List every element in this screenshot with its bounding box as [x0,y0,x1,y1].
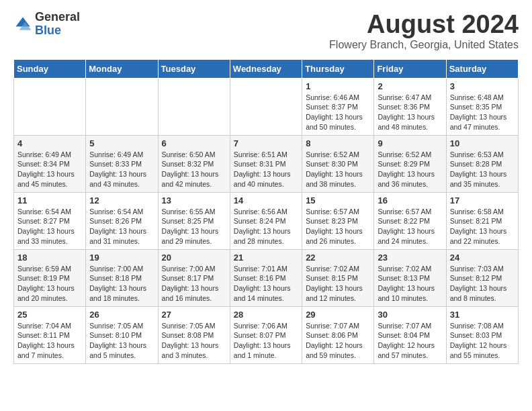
day-detail: Sunrise: 6:49 AMSunset: 8:33 PMDaylight:… [89,150,154,189]
calendar-cell: 9Sunrise: 6:52 AMSunset: 8:29 PMDaylight… [374,135,446,192]
weekday-header-sunday: Sunday [14,59,86,78]
day-number: 17 [450,195,515,205]
day-detail: Sunrise: 6:54 AMSunset: 8:26 PMDaylight:… [89,207,154,246]
day-detail: Sunrise: 6:59 AMSunset: 8:19 PMDaylight:… [17,264,82,304]
day-number: 29 [306,310,370,320]
calendar-cell [86,78,158,135]
weekday-header-tuesday: Tuesday [158,59,230,78]
calendar-cell: 24Sunrise: 7:03 AMSunset: 8:12 PMDayligh… [446,249,518,306]
calendar-cell: 30Sunrise: 7:07 AMSunset: 8:04 PMDayligh… [374,306,446,363]
day-number: 9 [378,138,442,148]
calendar-cell: 12Sunrise: 6:54 AMSunset: 8:26 PMDayligh… [86,192,158,249]
calendar-week-3: 11Sunrise: 6:54 AMSunset: 8:27 PMDayligh… [14,192,519,249]
weekday-header-friday: Friday [374,59,446,78]
day-detail: Sunrise: 7:03 AMSunset: 8:12 PMDaylight:… [450,264,515,304]
day-detail: Sunrise: 6:46 AMSunset: 8:37 PMDaylight:… [306,93,370,132]
day-detail: Sunrise: 6:57 AMSunset: 8:23 PMDaylight:… [306,207,370,246]
day-detail: Sunrise: 6:52 AMSunset: 8:30 PMDaylight:… [306,150,370,189]
calendar-body: 1Sunrise: 6:46 AMSunset: 8:37 PMDaylight… [14,78,519,363]
day-detail: Sunrise: 6:50 AMSunset: 8:32 PMDaylight:… [162,150,226,189]
day-number: 7 [234,138,298,148]
day-number: 5 [89,138,154,148]
calendar-table: SundayMondayTuesdayWednesdayThursdayFrid… [13,59,519,364]
calendar-cell: 19Sunrise: 7:00 AMSunset: 8:18 PMDayligh… [86,249,158,306]
day-number: 24 [450,253,515,263]
calendar-cell: 18Sunrise: 6:59 AMSunset: 8:19 PMDayligh… [14,249,86,306]
logo-blue-text: Blue [35,24,80,38]
calendar-cell [14,78,86,135]
day-number: 28 [234,310,298,320]
day-number: 21 [234,253,298,263]
calendar-cell: 21Sunrise: 7:01 AMSunset: 8:16 PMDayligh… [230,249,302,306]
weekday-header-saturday: Saturday [446,59,518,78]
calendar-cell: 27Sunrise: 7:05 AMSunset: 8:08 PMDayligh… [158,306,230,363]
day-detail: Sunrise: 7:06 AMSunset: 8:07 PMDaylight:… [234,321,298,361]
day-detail: Sunrise: 6:53 AMSunset: 8:28 PMDaylight:… [450,150,515,189]
day-number: 22 [306,253,370,263]
day-number: 19 [89,253,154,263]
day-number: 8 [306,138,370,148]
weekday-header-monday: Monday [86,59,158,78]
day-number: 25 [17,310,82,320]
day-number: 18 [17,253,82,263]
calendar-cell: 6Sunrise: 6:50 AMSunset: 8:32 PMDaylight… [158,135,230,192]
logo-general-text: General [35,11,80,24]
calendar-cell: 14Sunrise: 6:56 AMSunset: 8:24 PMDayligh… [230,192,302,249]
day-detail: Sunrise: 7:01 AMSunset: 8:16 PMDaylight:… [234,264,298,304]
subtitle: Flowery Branch, Georgia, United States [329,39,519,51]
calendar-week-1: 1Sunrise: 6:46 AMSunset: 8:37 PMDaylight… [14,78,519,135]
calendar-week-5: 25Sunrise: 7:04 AMSunset: 8:11 PMDayligh… [14,306,519,363]
day-number: 20 [162,253,226,263]
calendar-cell: 26Sunrise: 7:05 AMSunset: 8:10 PMDayligh… [86,306,158,363]
day-number: 13 [162,195,226,205]
page-header: General Blue August 2024 Flowery Branch,… [13,11,519,51]
day-detail: Sunrise: 7:08 AMSunset: 8:03 PMDaylight:… [450,321,515,361]
main-title: August 2024 [329,11,519,39]
calendar-cell: 10Sunrise: 6:53 AMSunset: 8:28 PMDayligh… [446,135,518,192]
calendar-cell: 1Sunrise: 6:46 AMSunset: 8:37 PMDaylight… [302,78,374,135]
logo-text: General Blue [35,11,80,38]
day-detail: Sunrise: 7:04 AMSunset: 8:11 PMDaylight:… [17,321,82,361]
calendar-cell: 23Sunrise: 7:02 AMSunset: 8:13 PMDayligh… [374,249,446,306]
day-detail: Sunrise: 6:47 AMSunset: 8:36 PMDaylight:… [378,93,442,132]
day-detail: Sunrise: 6:57 AMSunset: 8:22 PMDaylight:… [378,207,442,246]
calendar-cell: 20Sunrise: 7:00 AMSunset: 8:17 PMDayligh… [158,249,230,306]
calendar-cell: 31Sunrise: 7:08 AMSunset: 8:03 PMDayligh… [446,306,518,363]
logo-icon [13,15,32,34]
day-number: 23 [378,253,442,263]
day-number: 6 [162,138,226,148]
day-number: 2 [378,81,442,91]
calendar-cell: 17Sunrise: 6:58 AMSunset: 8:21 PMDayligh… [446,192,518,249]
calendar-header: SundayMondayTuesdayWednesdayThursdayFrid… [14,59,519,78]
day-number: 16 [378,195,442,205]
day-detail: Sunrise: 7:00 AMSunset: 8:17 PMDaylight:… [162,264,226,304]
calendar-cell [230,78,302,135]
day-detail: Sunrise: 6:52 AMSunset: 8:29 PMDaylight:… [378,150,442,189]
day-detail: Sunrise: 7:07 AMSunset: 8:06 PMDaylight:… [306,321,370,361]
calendar-cell: 11Sunrise: 6:54 AMSunset: 8:27 PMDayligh… [14,192,86,249]
day-detail: Sunrise: 7:05 AMSunset: 8:10 PMDaylight:… [89,321,154,361]
calendar-cell: 16Sunrise: 6:57 AMSunset: 8:22 PMDayligh… [374,192,446,249]
day-detail: Sunrise: 6:48 AMSunset: 8:35 PMDaylight:… [450,93,515,132]
day-detail: Sunrise: 7:02 AMSunset: 8:15 PMDaylight:… [306,264,370,304]
calendar-week-2: 4Sunrise: 6:49 AMSunset: 8:34 PMDaylight… [14,135,519,192]
day-detail: Sunrise: 6:56 AMSunset: 8:24 PMDaylight:… [234,207,298,246]
day-number: 30 [378,310,442,320]
weekday-header-wednesday: Wednesday [230,59,302,78]
day-number: 1 [306,81,370,91]
day-detail: Sunrise: 6:51 AMSunset: 8:31 PMDaylight:… [234,150,298,189]
calendar-cell: 22Sunrise: 7:02 AMSunset: 8:15 PMDayligh… [302,249,374,306]
day-number: 11 [17,195,82,205]
day-number: 31 [450,310,515,320]
calendar-cell: 28Sunrise: 7:06 AMSunset: 8:07 PMDayligh… [230,306,302,363]
calendar-cell: 13Sunrise: 6:55 AMSunset: 8:25 PMDayligh… [158,192,230,249]
day-number: 26 [89,310,154,320]
calendar-cell [158,78,230,135]
day-detail: Sunrise: 7:05 AMSunset: 8:08 PMDaylight:… [162,321,226,361]
weekday-header-thursday: Thursday [302,59,374,78]
day-number: 4 [17,138,82,148]
calendar-cell: 7Sunrise: 6:51 AMSunset: 8:31 PMDaylight… [230,135,302,192]
day-number: 27 [162,310,226,320]
logo: General Blue [13,11,80,38]
calendar-cell: 3Sunrise: 6:48 AMSunset: 8:35 PMDaylight… [446,78,518,135]
